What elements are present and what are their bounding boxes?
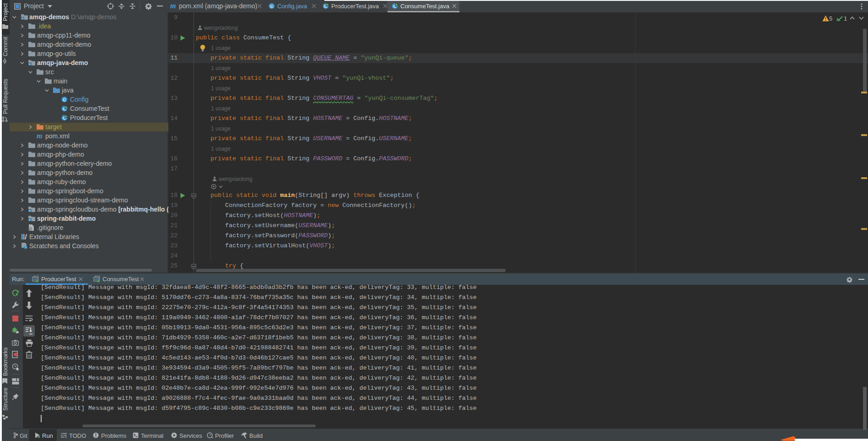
svg-text:C: C <box>270 4 273 9</box>
